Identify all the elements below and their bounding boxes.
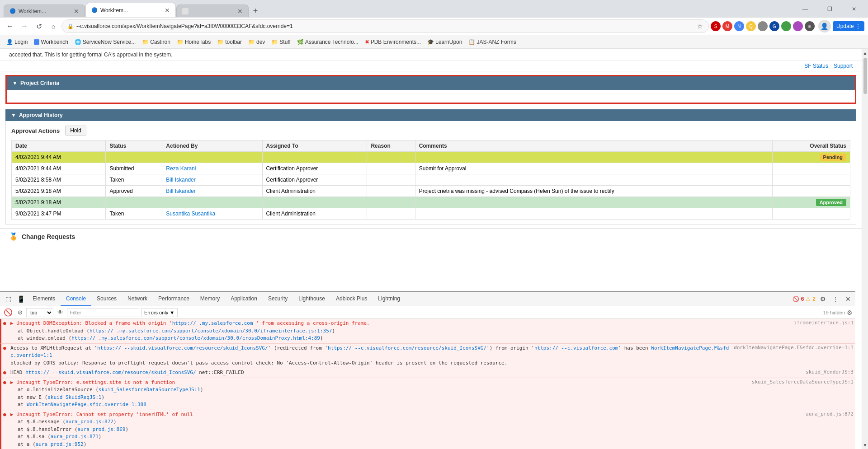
support-link[interactable]: Support bbox=[834, 63, 853, 69]
cell-status: Submitted bbox=[106, 163, 162, 174]
preserve-log-icon[interactable]: ⊘ bbox=[15, 308, 24, 317]
devtools-tab-lighthouse[interactable]: Lighthouse bbox=[293, 292, 330, 306]
ext-icon-8[interactable] bbox=[793, 21, 803, 31]
restore-button[interactable]: ❐ bbox=[819, 3, 840, 15]
ext-icon-2[interactable]: M bbox=[722, 21, 732, 31]
actioned-by-link[interactable]: Susantika Susantika bbox=[166, 210, 215, 217]
bookmark-castiron-label: Castiron bbox=[150, 39, 170, 45]
bookmark-toolbar[interactable]: 📁 toolbar bbox=[214, 38, 245, 46]
devtools-tab-performance[interactable]: Performance bbox=[153, 292, 195, 306]
devtools-tab-security[interactable]: Security bbox=[263, 292, 293, 306]
devtools-tab-elements[interactable]: Elements bbox=[27, 292, 61, 306]
table-row: 4/02/2021 9:44 AM Pending bbox=[12, 152, 850, 163]
device-icon-btn[interactable]: 📱 bbox=[14, 293, 27, 305]
devtools-tab-network[interactable]: Network bbox=[122, 292, 153, 306]
errors-only-dropdown[interactable]: Errors only ▼ bbox=[141, 308, 178, 317]
bookmark-hometabs[interactable]: 📁 HomeTabs bbox=[174, 38, 213, 46]
console-source: skuid_SalesforceDataSourceTypeJS:1 bbox=[748, 379, 854, 385]
devtools-tab-console[interactable]: Console bbox=[61, 292, 91, 306]
address-bar[interactable]: 🔒 --c.visualforce.com/apex/WorkItemNavig… bbox=[61, 19, 709, 33]
error-icon: ● bbox=[3, 379, 6, 385]
ext-icon-4[interactable]: Q bbox=[746, 21, 756, 31]
browser-tab-1[interactable]: 🔵 WorkItem... ✕ bbox=[4, 5, 85, 17]
scrollbar-up-btn[interactable]: ▲ bbox=[862, 50, 868, 56]
cell-reason bbox=[367, 163, 415, 174]
star-icon[interactable]: ☆ bbox=[697, 23, 703, 30]
inspect-icon-btn[interactable]: ⬚ bbox=[2, 293, 14, 305]
ext-icon-3[interactable]: N bbox=[734, 21, 744, 31]
devtools-more-btn[interactable]: ⋮ bbox=[830, 294, 841, 304]
devtools-close-btn[interactable]: ✕ bbox=[843, 294, 854, 304]
devtools-settings2-btn[interactable]: ⚙ bbox=[847, 309, 853, 316]
bookmark-workbench[interactable]: Workbench bbox=[31, 38, 71, 46]
errors-only-label: Errors only bbox=[144, 310, 168, 315]
eye-icon[interactable]: 👁 bbox=[55, 308, 65, 318]
tab1-close[interactable]: ✕ bbox=[74, 8, 79, 15]
cell-overall-status bbox=[773, 174, 850, 186]
scrollbar-down-btn[interactable]: ▼ bbox=[862, 442, 868, 448]
bookmark-pdb[interactable]: ✖ PDB Environments... bbox=[362, 38, 424, 46]
console-filter-input[interactable] bbox=[67, 308, 139, 317]
cell-date: 5/02/2021 8:58 AM bbox=[12, 174, 106, 186]
bookmark-dev-label: dev bbox=[256, 39, 265, 45]
bookmark-learnupon[interactable]: 🎓 LearnUpon bbox=[425, 38, 465, 46]
ext-icon-7[interactable] bbox=[781, 21, 791, 31]
minimize-button[interactable]: — bbox=[795, 3, 816, 15]
ext-icon-9[interactable]: ≡ bbox=[805, 21, 815, 31]
bookmark-castiron[interactable]: 📁 Castiron bbox=[139, 38, 173, 46]
tab2-close[interactable]: ✕ bbox=[165, 7, 170, 14]
devtools-tab-application[interactable]: Application bbox=[225, 292, 263, 306]
error-icon: ● bbox=[3, 345, 6, 351]
context-dropdown[interactable]: top bbox=[26, 308, 53, 317]
ext-icon-6[interactable]: G bbox=[769, 21, 779, 31]
new-tab-button[interactable]: + bbox=[249, 5, 262, 17]
bookmark-dev[interactable]: 📁 dev bbox=[245, 38, 268, 46]
ext-icon-5[interactable] bbox=[758, 21, 768, 31]
back-button[interactable]: ← bbox=[4, 20, 16, 33]
scrollbar-thumb[interactable] bbox=[863, 58, 867, 94]
learnupon-icon: 🎓 bbox=[427, 39, 434, 45]
devtools-tab-sources[interactable]: Sources bbox=[91, 292, 122, 306]
approval-history-header[interactable]: ▼ Approval History bbox=[5, 109, 856, 121]
reload-button[interactable]: ↺ bbox=[33, 20, 45, 33]
browser-tab-3[interactable]: ✕ bbox=[176, 5, 249, 17]
update-button[interactable]: Update ⋮ bbox=[833, 21, 864, 31]
bookmark-stuff[interactable]: 📁 Stuff bbox=[269, 38, 293, 46]
actioned-by-link[interactable]: Bill Iskander bbox=[166, 177, 195, 183]
tab3-close[interactable]: ✕ bbox=[237, 8, 243, 15]
bookmark-learnupon-label: LearnUpon bbox=[435, 39, 462, 45]
actioned-by-link[interactable]: Reza Karani bbox=[166, 165, 196, 172]
approval-actions-label: Approval Actions bbox=[11, 127, 60, 134]
hold-button[interactable]: Hold bbox=[65, 126, 86, 136]
scrollbar-track[interactable] bbox=[862, 56, 868, 442]
console-entry: ● ▶ Uncaught DOMException: Blocked a fra… bbox=[0, 319, 855, 344]
page-scrollbar[interactable]: ▲ ▼ bbox=[862, 49, 868, 449]
profile-icon[interactable]: 👤 bbox=[818, 20, 831, 33]
errors-only-arrow: ▼ bbox=[170, 310, 175, 315]
sf-status-link[interactable]: SF Status bbox=[804, 63, 828, 69]
devtools-settings-btn[interactable]: ⚙ bbox=[817, 294, 828, 304]
close-button[interactable]: ✕ bbox=[844, 3, 864, 15]
bookmark-login[interactable]: 👤 Login bbox=[4, 38, 30, 46]
browser-tab-2[interactable]: 🔵 WorkItem... ✕ bbox=[85, 3, 176, 17]
cell-assigned-to bbox=[262, 152, 367, 163]
forward-button[interactable]: → bbox=[18, 20, 31, 33]
error-badge-area: 🚫 6 ⚠ 2 bbox=[793, 296, 816, 302]
devtools-tab-memory[interactable]: Memory bbox=[195, 292, 225, 306]
clear-console-btn[interactable]: 🚫 bbox=[3, 307, 14, 318]
ext-icon-1[interactable]: S bbox=[711, 21, 721, 31]
project-criteria-header[interactable]: ▼ Project Criteria bbox=[7, 76, 855, 90]
devtools-tab-adblock[interactable]: Adblock Plus bbox=[330, 292, 373, 306]
devtools-console: ● ▶ Uncaught DOMException: Blocked a fra… bbox=[0, 319, 855, 449]
bookmark-servicenow[interactable]: 🌐 ServiceNow Service... bbox=[72, 38, 138, 46]
tab3-favicon bbox=[182, 8, 189, 14]
home-button[interactable]: ⌂ bbox=[47, 20, 60, 33]
actioned-by-link[interactable]: Bill Iskander bbox=[166, 188, 195, 194]
cell-assigned-to: Client Administration bbox=[262, 186, 367, 197]
extensions-area: S M N Q G ≡ 👤 Update ⋮ bbox=[711, 20, 864, 33]
devtools-tab-lightning[interactable]: Lightning bbox=[373, 292, 406, 306]
bookmark-assurance[interactable]: 🌿 Assurance Technolo... bbox=[294, 38, 361, 46]
bookmark-jasanz[interactable]: 📋 JAS-ANZ Forms bbox=[466, 38, 519, 46]
page-content: accepted that. This is for getting forma… bbox=[0, 49, 862, 449]
bookmark-jasanz-label: JAS-ANZ Forms bbox=[476, 39, 516, 45]
